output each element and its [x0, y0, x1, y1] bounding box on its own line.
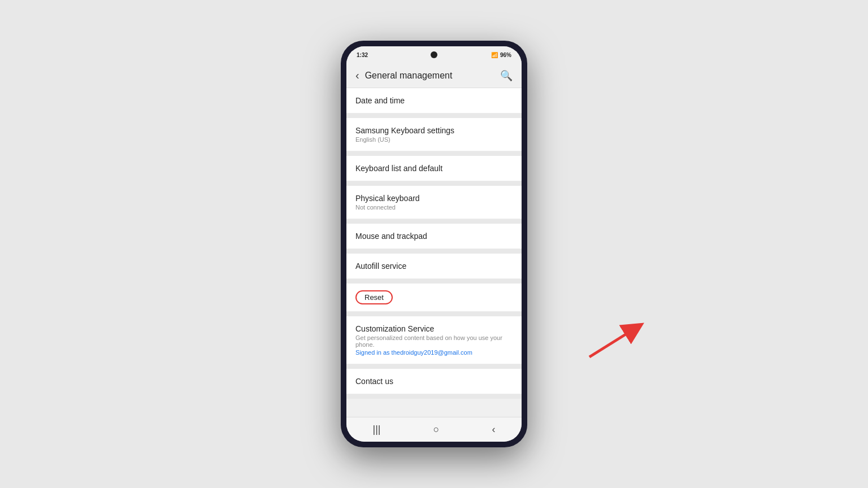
item-subtitle-physical-keyboard: Not connected: [355, 204, 513, 211]
settings-item-date-time[interactable]: Date and time: [346, 88, 522, 114]
item-title-customization: Customization Service: [355, 324, 513, 333]
settings-item-mouse-trackpad[interactable]: Mouse and trackpad: [346, 224, 522, 249]
page-title: General management: [365, 71, 494, 81]
settings-item-reset[interactable]: Reset: [346, 284, 522, 312]
section-gap-1: [346, 114, 522, 118]
item-title-contact: Contact us: [355, 377, 513, 386]
section-gap-7: [346, 312, 522, 316]
item-title-date-time: Date and time: [355, 96, 513, 105]
item-title-physical-keyboard: Physical keyboard: [355, 194, 513, 203]
settings-item-samsung-keyboard[interactable]: Samsung Keyboard settings English (US): [346, 118, 522, 151]
section-gap-5: [346, 249, 522, 254]
item-subtitle-customization: Get personalized content based on how yo…: [355, 334, 513, 348]
back-nav-button[interactable]: ‹: [480, 419, 506, 440]
settings-list: Date and time Samsung Keyboard settings …: [346, 88, 522, 417]
settings-item-autofill[interactable]: Autofill service: [346, 254, 522, 279]
reset-button[interactable]: Reset: [355, 290, 393, 304]
section-gap-4: [346, 219, 522, 224]
item-subtitle-samsung-keyboard: English (US): [355, 136, 513, 143]
home-button[interactable]: ○: [422, 419, 451, 440]
item-title-mouse-trackpad: Mouse and trackpad: [355, 232, 513, 241]
search-button[interactable]: 🔍: [500, 69, 513, 82]
item-title-keyboard-list: Keyboard list and default: [355, 164, 513, 173]
status-icons: 📶 96%: [491, 52, 511, 58]
settings-item-contact[interactable]: Contact us: [346, 369, 522, 394]
recent-apps-button[interactable]: |||: [362, 419, 392, 440]
bottom-spacer: [346, 399, 522, 410]
section-gap-3: [346, 181, 522, 186]
nav-bar: ||| ○ ‹: [346, 417, 522, 442]
wifi-icon: 📶: [491, 52, 498, 58]
settings-item-physical-keyboard[interactable]: Physical keyboard Not connected: [346, 186, 522, 219]
status-bar: 1:32 📶 96%: [346, 46, 522, 63]
item-signed-in: Signed in as thedroidguy2019@gmail.com: [355, 349, 513, 356]
phone-frame: 1:32 📶 96% ‹ General management 🔍 Date a…: [341, 41, 527, 447]
section-gap-8: [346, 364, 522, 369]
status-time: 1:32: [357, 52, 368, 58]
item-title-samsung-keyboard: Samsung Keyboard settings: [355, 126, 513, 135]
section-gap-bottom: [346, 394, 522, 399]
back-button[interactable]: ‹: [355, 69, 359, 82]
camera-notch: [431, 51, 437, 58]
section-gap-6: [346, 279, 522, 284]
section-gap-2: [346, 151, 522, 156]
top-nav: ‹ General management 🔍: [346, 63, 522, 88]
item-title-autofill: Autofill service: [355, 262, 513, 271]
settings-item-customization[interactable]: Customization Service Get personalized c…: [346, 316, 522, 364]
settings-item-keyboard-list[interactable]: Keyboard list and default: [346, 156, 522, 181]
phone-screen: 1:32 📶 96% ‹ General management 🔍 Date a…: [346, 46, 522, 442]
battery-pct: 96%: [500, 52, 511, 58]
